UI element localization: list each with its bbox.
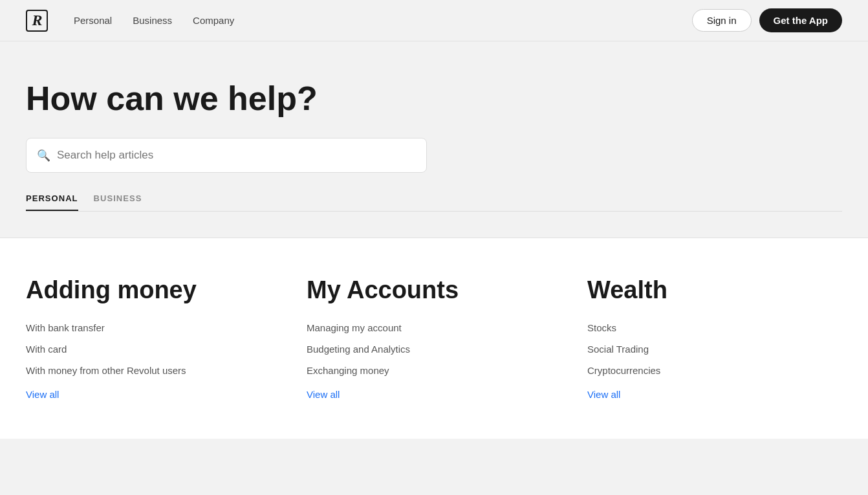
link-social-trading[interactable]: Social Trading <box>587 344 842 355</box>
category-wealth: Wealth Stocks Social Trading Cryptocurre… <box>587 277 842 400</box>
view-all-wealth[interactable]: View all <box>587 389 842 400</box>
category-links-my-accounts: Managing my account Budgeting and Analyt… <box>307 322 561 376</box>
link-with-card[interactable]: With card <box>26 344 281 355</box>
search-input[interactable] <box>57 149 416 162</box>
category-title-my-accounts: My Accounts <box>307 277 561 304</box>
category-title-adding-money: Adding money <box>26 277 281 304</box>
link-exchanging-money[interactable]: Exchanging money <box>307 365 561 376</box>
tabs-container: PERSONAL BUSINESS <box>26 193 842 212</box>
getapp-button[interactable]: Get the App <box>759 8 842 32</box>
logo-icon[interactable]: R <box>26 10 48 32</box>
logo-letter: R <box>32 12 41 29</box>
logo[interactable]: R <box>26 10 48 32</box>
tab-personal[interactable]: PERSONAL <box>26 193 78 211</box>
link-managing-account[interactable]: Managing my account <box>307 322 561 333</box>
category-adding-money: Adding money With bank transfer With car… <box>26 277 281 400</box>
link-budgeting-analytics[interactable]: Budgeting and Analytics <box>307 344 561 355</box>
nav-company[interactable]: Company <box>193 15 234 26</box>
link-bank-transfer[interactable]: With bank transfer <box>26 322 281 333</box>
category-title-wealth: Wealth <box>587 277 842 304</box>
signin-button[interactable]: Sign in <box>692 9 752 32</box>
main-nav: Personal Business Company <box>74 15 692 26</box>
link-other-revolut-users[interactable]: With money from other Revolut users <box>26 365 281 376</box>
header-actions: Sign in Get the App <box>692 8 842 32</box>
view-all-my-accounts[interactable]: View all <box>307 389 561 400</box>
category-my-accounts: My Accounts Managing my account Budgetin… <box>307 277 561 400</box>
link-stocks[interactable]: Stocks <box>587 322 842 333</box>
main-content: Adding money With bank transfer With car… <box>0 238 868 439</box>
view-all-adding-money[interactable]: View all <box>26 389 281 400</box>
nav-business[interactable]: Business <box>133 15 172 26</box>
search-bar[interactable]: 🔍 <box>26 138 427 173</box>
category-links-adding-money: With bank transfer With card With money … <box>26 322 281 376</box>
category-links-wealth: Stocks Social Trading Cryptocurrencies <box>587 322 842 376</box>
link-cryptocurrencies[interactable]: Cryptocurrencies <box>587 365 842 376</box>
nav-personal[interactable]: Personal <box>74 15 112 26</box>
header: R Personal Business Company Sign in Get … <box>0 0 868 41</box>
hero-section: How can we help? 🔍 PERSONAL BUSINESS <box>0 41 868 237</box>
tab-business[interactable]: BUSINESS <box>94 193 142 211</box>
search-icon: 🔍 <box>37 149 50 162</box>
categories-grid: Adding money With bank transfer With car… <box>26 277 842 400</box>
hero-title: How can we help? <box>26 80 842 117</box>
